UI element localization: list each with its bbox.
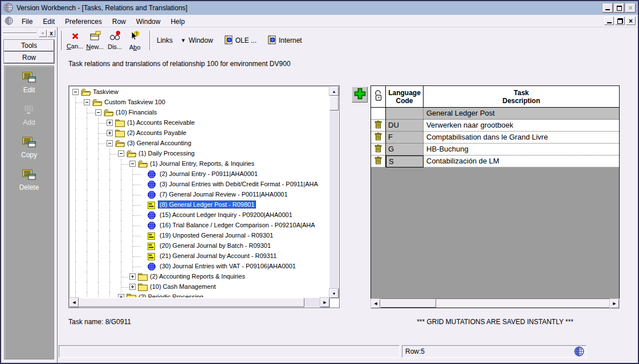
action-copy[interactable]: Copy: [5, 137, 54, 159]
delete-row-button[interactable]: [375, 120, 382, 131]
vertical-scrollbar-thumb[interactable]: [329, 96, 339, 111]
collapse-icon[interactable]: [118, 150, 124, 157]
tree-item[interactable]: (20) General Journal by Batch - R09301: [70, 241, 329, 251]
toolbar-gripper[interactable]: [60, 31, 62, 50]
collapse-icon[interactable]: [129, 161, 136, 167]
expand-icon[interactable]: [107, 120, 113, 126]
tree-item-label[interactable]: Custom Taskview 100: [103, 98, 167, 106]
toolbar-gripper[interactable]: [3, 32, 36, 35]
tree-item-label[interactable]: (19) Unposted General Journal - R09301: [158, 231, 275, 239]
tree-item-label[interactable]: (10) Financials: [114, 108, 158, 116]
tree-item-label[interactable]: (20) General Journal by Batch - R09301: [158, 242, 272, 250]
tree-vertical-scrollbar[interactable]: ▲ ▼: [329, 87, 339, 298]
about-button[interactable]: Abo: [125, 30, 145, 51]
scroll-left-button[interactable]: ◀: [70, 298, 79, 307]
display-button[interactable]: Dis...: [105, 30, 125, 51]
expand-icon[interactable]: [129, 273, 136, 280]
column-header-task-description[interactable]: Task Description: [424, 86, 619, 107]
tree-item-label[interactable]: Taskview: [91, 88, 120, 96]
collapse-icon[interactable]: [107, 140, 113, 146]
sidebar-dropdown-button[interactable]: ▾: [39, 30, 47, 37]
tree-item[interactable]: (19) Unposted General Journal - R09301: [70, 231, 329, 241]
tree-item[interactable]: (2) Journal Entry - P0911|AHA0001: [70, 169, 329, 179]
delete-row-button[interactable]: [375, 132, 382, 143]
tree-item[interactable]: (2) Periodic Processing: [70, 292, 329, 297]
expand-icon[interactable]: [118, 294, 124, 297]
tree-item[interactable]: (10) Cash Management: [70, 282, 329, 292]
scroll-down-button[interactable]: ▼: [329, 289, 339, 298]
grid-task-description-cell[interactable]: Contabilización de LM: [424, 156, 619, 167]
collapse-icon[interactable]: [95, 109, 101, 116]
tree-item-label[interactable]: (10) Cash Management: [148, 283, 218, 291]
grid-language-code-cell[interactable]: [386, 108, 424, 120]
tree-item-label[interactable]: (30) Journal Entries with VAT - P09106|A…: [158, 262, 298, 270]
tree-item-label[interactable]: (1) Journal Entry, Reports, & Inquiries: [148, 159, 256, 167]
tab-row[interactable]: Row: [4, 52, 54, 63]
grid-task-description-cell[interactable]: General Ledger Post: [424, 108, 619, 120]
tree-item[interactable]: Custom Taskview 100: [70, 97, 329, 108]
tree-item[interactable]: (2) Accounts Payable: [70, 128, 329, 138]
tab-tools[interactable]: Tools: [4, 40, 54, 51]
tree-item-label[interactable]: (7) General Journal Review - P0011|AHA00…: [158, 190, 290, 198]
window-dropdown[interactable]: ▼ Window: [181, 36, 213, 44]
tree-item-label[interactable]: (16) Trial Balance / Ledger Comparison -…: [158, 221, 317, 229]
tree-item-label[interactable]: (8) General Ledger Post - R09801: [158, 201, 256, 208]
new-button[interactable]: New...: [85, 30, 105, 51]
expand-icon[interactable]: [129, 284, 136, 290]
grid-horizontal-scrollbar[interactable]: ◀ ▶: [371, 298, 619, 308]
tree-item[interactable]: (21) General Journal by Account - R09311: [70, 251, 329, 261]
child-close-button[interactable]: ×: [626, 17, 636, 25]
action-edit[interactable]: Edit: [5, 72, 54, 95]
menu-file[interactable]: File: [17, 17, 38, 27]
menu-window[interactable]: Window: [131, 17, 166, 27]
tree-item-label[interactable]: (2) Periodic Processing: [137, 293, 205, 297]
horizontal-scrollbar-thumb[interactable]: [380, 299, 436, 308]
scroll-up-button[interactable]: ▲: [329, 87, 339, 96]
menu-edit[interactable]: Edit: [38, 17, 60, 27]
menu-preferences[interactable]: Preferences: [60, 17, 107, 27]
ole-button[interactable]: OLE ...: [225, 35, 257, 46]
close-button[interactable]: ×: [625, 3, 636, 13]
column-header-language-code[interactable]: Language Code: [386, 86, 424, 107]
tree-item-label[interactable]: (1) Daily Processing: [137, 149, 196, 157]
tree-item[interactable]: (1) Journal Entry, Reports, & Inquiries: [70, 159, 329, 169]
grid-language-code-cell[interactable]: S: [386, 156, 424, 167]
grid-language-code-cell[interactable]: DU: [386, 120, 424, 132]
tree-item-label[interactable]: (2) Accounting Reports & Inquiries: [148, 272, 247, 280]
sidebar-close-button[interactable]: x: [47, 30, 55, 37]
grid-language-code-cell[interactable]: F: [386, 132, 424, 144]
title-bar[interactable]: Version Workbench - [Tasks, Relations an…: [1, 1, 638, 15]
tree-item-label[interactable]: (3) General Accounting: [125, 139, 193, 147]
scroll-right-button[interactable]: ▶: [610, 299, 619, 308]
tree-item[interactable]: (3) Journal Entries with Debit/Credit Fo…: [70, 179, 329, 190]
action-delete[interactable]: Delete: [5, 169, 54, 192]
tree-item[interactable]: (1) Daily Processing: [70, 149, 329, 159]
expand-icon[interactable]: [107, 130, 113, 136]
tree-item-label[interactable]: (2) Accounts Payable: [125, 129, 188, 137]
tree-item-label[interactable]: (2) Journal Entry - P0911|AHA0001: [158, 170, 259, 178]
tree-item[interactable]: (16) Trial Balance / Ledger Comparison -…: [70, 220, 329, 231]
tree-item-label[interactable]: (1) Accounts Receivable: [125, 118, 197, 126]
tree-horizontal-scrollbar[interactable]: ◀ ▶: [70, 298, 329, 307]
tree-item[interactable]: (1) Accounts Receivable: [70, 118, 329, 128]
scroll-left-button[interactable]: ◀: [371, 299, 380, 308]
scroll-right-button[interactable]: ▶: [320, 298, 329, 307]
child-restore-button[interactable]: [615, 17, 625, 25]
maximize-button[interactable]: [614, 3, 624, 13]
grid-task-description-cell[interactable]: HB-Buchung: [424, 144, 619, 156]
tree-item[interactable]: (2) Accounting Reports & Inquiries: [70, 272, 329, 282]
tree-item-label[interactable]: (15) Account Ledger Inquiry - P09200|AHA…: [158, 211, 294, 219]
grid-task-description-cell[interactable]: Verwerken naar grootboek: [424, 120, 619, 132]
tree-item[interactable]: (10) Financials: [70, 108, 329, 118]
tree-item[interactable]: (15) Account Ledger Inquiry - P09200|AHA…: [70, 210, 329, 220]
tree-item[interactable]: (30) Journal Entries with VAT - P09106|A…: [70, 261, 329, 272]
tree-item[interactable]: Taskview: [70, 87, 329, 97]
grid-task-description-cell[interactable]: Comptabilisation dans le Grand Livre: [424, 132, 619, 144]
collapse-icon[interactable]: [84, 99, 90, 105]
internet-button[interactable]: Internet: [268, 35, 302, 46]
child-minimize-button[interactable]: [604, 17, 614, 25]
menu-row[interactable]: Row: [107, 17, 131, 27]
delete-row-button[interactable]: [375, 144, 382, 155]
grid-language-code-cell[interactable]: G: [386, 144, 424, 156]
grid-lock-column-header[interactable]: [371, 86, 386, 107]
